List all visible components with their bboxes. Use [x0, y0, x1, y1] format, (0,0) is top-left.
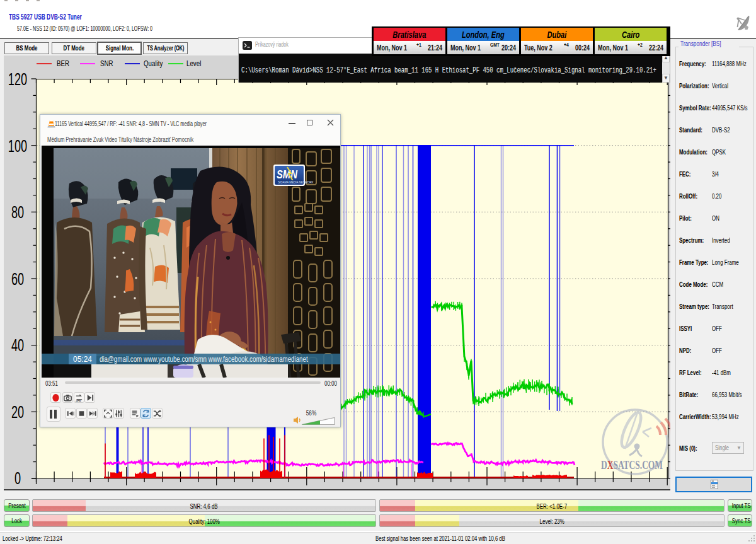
svg-text:SIDAMA MEDIA NETWORK: SIDAMA MEDIA NETWORK — [278, 181, 314, 184]
svg-text:SMN: SMN — [277, 168, 298, 181]
svg-text:05:24: 05:24 — [73, 355, 92, 364]
svg-text:dia@gmail.com www.youtube.com/: dia@gmail.com www.youtube.com/smn www.fa… — [100, 355, 308, 363]
svg-text:A B: A B — [76, 398, 81, 402]
svg-text:DXSATCS.COM: DXSATCS.COM — [601, 458, 663, 472]
